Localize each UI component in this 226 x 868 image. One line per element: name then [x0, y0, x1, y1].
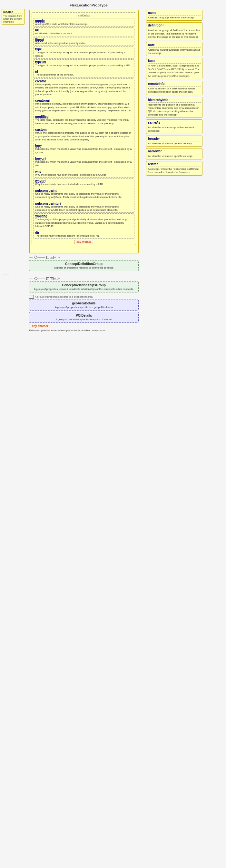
- attr-item-uri: uriA URI which identifies a concept.: [33, 27, 135, 36]
- right-box-note: noteAdditional natural language informat…: [146, 42, 202, 57]
- left-box-name: located: [3, 10, 23, 14]
- attr-desc-type: The type of the concept assigned as cont…: [35, 51, 133, 58]
- attr-name-custom: custom: [35, 128, 133, 131]
- attr-item-id: idThe local identifier of the concept.: [33, 69, 135, 78]
- attr-desc-howuri: Indicates by which means the value was e…: [35, 160, 133, 167]
- attr-item-type: typeThe type of the concept assigned as …: [33, 46, 135, 59]
- attr-item-why: whyWhy the metadata has been included - …: [33, 169, 135, 178]
- right-box-sameAs: sameAsAn identifier of a concept with eq…: [146, 119, 202, 134]
- right-box-desc-hierarchyInfo: Represents the position of a concept in …: [148, 103, 200, 117]
- mid-connector-dots: ····: [3, 273, 223, 276]
- attributes-label: attributes: [33, 14, 135, 17]
- diagram-title: FlexLocationPropType: [29, 3, 148, 7]
- attr-name-xmllang: xmllang: [35, 214, 133, 218]
- attr-name-id: id: [35, 70, 133, 73]
- any-other-bottom-label: any ##other: [29, 324, 51, 328]
- attr-item-pubconstrainturi: pubconstrainturiOne or many constraints …: [33, 201, 135, 213]
- main-box: attributes qcodeA string of the code whi…: [29, 10, 139, 253]
- right-boxes: nameA natural language name for the conc…: [146, 10, 202, 176]
- concept-rel-desc: A group of properties required to indica…: [31, 288, 137, 290]
- right-box-name: nameA natural language name for the conc…: [146, 10, 202, 21]
- any-other-bottom-desc: Extension point for user-defined propert…: [29, 329, 105, 332]
- geo-area-details-box: geoAreaDetails A group of properties spe…: [29, 300, 139, 311]
- poi-details-box: POIDetails A group of properties specifi…: [29, 312, 139, 323]
- right-box-name-note: note: [148, 43, 200, 48]
- concept-relationships-group-area: ···· ──── 1 ∞ 0...∞ ConceptRelationships…: [29, 277, 139, 292]
- left-box: located The location from which the cont…: [2, 9, 25, 25]
- left-box-desc: The location from which the content orig…: [3, 14, 23, 23]
- geo-area-desc: A group of properties specific to a geop…: [31, 306, 137, 309]
- right-box-name-definition: definition ⁱ: [148, 24, 200, 28]
- attr-name-uri: uri: [35, 28, 133, 32]
- attr-item-creatoruri: creatoruriIf the attribute is empty, spe…: [33, 98, 135, 113]
- concept-definition-group-area: ···· ──── 1 ∞ 0...∞ ConceptDefinitionGro…: [29, 256, 139, 271]
- right-box-name-broader: broader: [148, 137, 200, 142]
- attr-item-modified: modifiedThe date (and, optionally, the t…: [33, 114, 135, 126]
- diagram-container: FlexLocationPropType attributes qcodeA s…: [0, 0, 226, 337]
- right-box-name-remoteInfo: remoteInfo: [148, 82, 200, 87]
- connector-middle: ····: [32, 246, 136, 250]
- attr-item-typeuri: typeuriThe type of the concept assigned …: [33, 59, 135, 68]
- right-box-name-hierarchyInfo: hierarchyInfo: [148, 98, 200, 103]
- attr-desc-typeuri: The type of the concept assigned as cont…: [35, 64, 133, 67]
- attr-desc-literal: A free-text value assigned as property v…: [35, 42, 133, 45]
- geo-area-title: geoAreaDetails: [31, 302, 137, 305]
- concept-definition-group-box: ConceptDefinitionGroup A group of proper…: [29, 260, 139, 271]
- attr-item-pubconstraint: pubconstraintOne or many constraints tha…: [33, 188, 135, 200]
- attr-name-modified: modified: [35, 115, 133, 119]
- any-other-bottom-area: any ##other: [29, 324, 223, 328]
- attr-name-literal: literal: [35, 38, 133, 42]
- right-box-desc-broader: An identifier of a more generic concept.: [148, 142, 200, 145]
- attr-desc-creatoruri: If the attribute is empty, specifies whi…: [35, 102, 133, 112]
- attr-desc-qcode: A string of the code which identifies a …: [35, 23, 133, 26]
- right-box-desc-facet: In NAR 1.8 and later, facet is deprecate…: [148, 64, 200, 78]
- attr-name-how: how: [35, 144, 133, 148]
- attr-desc-custom: If true, the corresponding property was …: [35, 131, 133, 142]
- geo-connector: ← A group of properties specific to a ge…: [29, 295, 139, 299]
- right-box-narrower: narrowerAn identifier of a more specific…: [146, 148, 202, 159]
- attr-item-whyuri: whyuriWhy the metadata has been included…: [33, 178, 135, 187]
- right-box-name-narrower: narrower: [148, 150, 200, 154]
- attr-name-qcode: qcode: [35, 19, 133, 23]
- attr-item-creator: creatorIf the property value is not defi…: [33, 79, 135, 97]
- attr-name-type: type: [35, 48, 133, 51]
- attr-name-pubconstrainturi: pubconstrainturi: [35, 202, 133, 205]
- attr-name-pubconstraint: pubconstraint: [35, 189, 133, 192]
- attr-name-why: why: [35, 170, 133, 173]
- attributes-group: attributes qcodeA string of the code whi…: [32, 12, 136, 245]
- right-box-desc-definition: A natural language definition of the sem…: [148, 29, 200, 39]
- right-column: nameA natural language name for the conc…: [146, 10, 202, 177]
- concept-rel-connector: ···· ──── 1 ∞ 0...∞: [29, 277, 139, 280]
- attr-desc-creator: If the property value is not defined, sp…: [35, 83, 133, 96]
- concept-rel-title: ConceptRelationshipsGroup: [31, 283, 137, 287]
- concept-relationships-group-box: ConceptRelationshipsGroup A group of pro…: [29, 281, 139, 292]
- poi-details-area: POIDetails A group of properties specifi…: [29, 312, 139, 323]
- any-other-label: any ##other: [74, 240, 93, 244]
- right-box-desc-name: A natural language name for the concept.: [148, 16, 200, 19]
- attr-item-dir: dirThe directionality of textual content…: [33, 230, 135, 239]
- poi-desc: A group of properties specific to a poin…: [31, 318, 137, 321]
- attr-item-howuri: howuriIndicates by which means the value…: [33, 156, 135, 168]
- attr-desc-modified: The date (and, optionally, the time) whe…: [35, 119, 133, 125]
- right-box-desc-sameAs: An identifier of a concept with equivale…: [148, 126, 200, 133]
- attr-name-whyuri: whyuri: [35, 179, 133, 183]
- attr-desc-pubconstraint: One or many constraints that apply to pu…: [35, 192, 133, 199]
- attr-desc-how: Indicates by which means the value was e…: [35, 148, 133, 154]
- attr-desc-id: The local identifier of the concept.: [35, 73, 133, 76]
- any-other-bottom-desc-area: Extension point for user-defined propert…: [29, 328, 223, 332]
- attr-name-creator: creator: [35, 80, 133, 83]
- concept-def-title: ConceptDefinitionGroup: [31, 262, 137, 266]
- right-box-desc-narrower: An identifier of a more specific concept…: [148, 155, 200, 158]
- any-other-attrs: any ##other: [33, 240, 135, 243]
- attr-item-custom: customIf true, the corresponding propert…: [33, 127, 135, 142]
- attr-desc-pubconstrainturi: One or many constraints that apply to pu…: [35, 205, 133, 212]
- geo-area-details-area: ← A group of properties specific to a ge…: [29, 295, 139, 311]
- poi-title: POIDetails: [31, 314, 137, 317]
- attr-item-how: howIndicates by which means the value wa…: [33, 143, 135, 155]
- attr-desc-uri: A URI which identifies a concept.: [35, 32, 133, 35]
- right-box-hierarchyInfo: hierarchyInfoRepresents the position of …: [146, 97, 202, 118]
- right-box-name-facet: facet: [148, 59, 200, 64]
- attributes-list: qcodeA string of the code which identifi…: [33, 18, 135, 239]
- right-box-desc-remoteInfo: A link to an item or a web resource whic…: [148, 87, 200, 94]
- right-box-facet: facetIn NAR 1.8 and later, facet is depr…: [146, 58, 202, 79]
